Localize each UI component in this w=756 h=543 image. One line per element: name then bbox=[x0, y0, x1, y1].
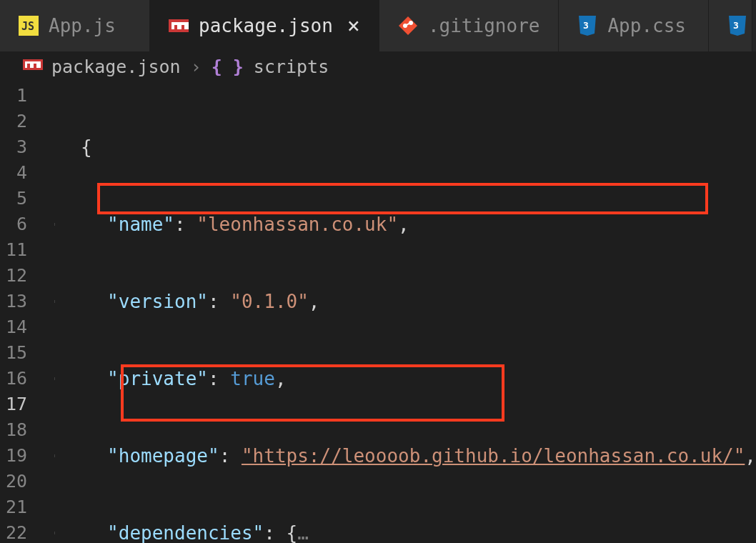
tab-gitignore[interactable]: .gitignore bbox=[379, 0, 559, 51]
json-object-icon: { } bbox=[212, 56, 244, 77]
line-number: 4 bbox=[0, 160, 27, 186]
js-file-icon: JS bbox=[19, 16, 39, 36]
line-number: 2 bbox=[0, 109, 27, 134]
line-number: 3 bbox=[0, 134, 27, 160]
line-number: 15 bbox=[0, 340, 27, 366]
tab-label: package.json bbox=[199, 15, 333, 36]
line-number: 13 bbox=[0, 289, 27, 314]
tab-app-css[interactable]: 3 App.css bbox=[559, 0, 709, 51]
tab-label: App.css bbox=[607, 15, 686, 36]
chevron-right-icon: › bbox=[191, 56, 202, 77]
svg-rect-16 bbox=[27, 64, 30, 68]
svg-text:JS: JS bbox=[21, 20, 34, 33]
breadcrumb: package.json › { } scripts bbox=[0, 51, 756, 83]
line-number: 17 bbox=[0, 392, 27, 417]
code-editor[interactable]: 1 2 3 4 5 6 11 12 13 14 15 16 17 18 19 2… bbox=[0, 83, 756, 543]
line-number: 21 bbox=[0, 494, 27, 520]
css-file-icon: 3 bbox=[727, 16, 747, 36]
line-number: 11 bbox=[0, 237, 27, 263]
tab-truncated[interactable]: 3 bbox=[709, 0, 752, 51]
svg-marker-6 bbox=[399, 16, 417, 35]
breadcrumb-file[interactable]: package.json bbox=[51, 56, 181, 77]
highlight-homepage bbox=[97, 183, 708, 214]
breadcrumb-section[interactable]: scripts bbox=[254, 56, 329, 77]
line-number: 12 bbox=[0, 263, 27, 289]
svg-rect-3 bbox=[171, 22, 189, 29]
line-number: 19 bbox=[0, 443, 27, 469]
line-number: 1 bbox=[0, 83, 27, 109]
svg-text:3: 3 bbox=[583, 20, 589, 31]
svg-rect-17 bbox=[34, 64, 36, 68]
css-file-icon: 3 bbox=[577, 16, 597, 36]
npm-file-icon bbox=[169, 16, 189, 36]
line-number: 22 bbox=[0, 520, 27, 543]
line-number: 18 bbox=[0, 417, 27, 443]
editor-tab-bar: JS App.js package.json × .gitignore 3 Ap… bbox=[0, 0, 756, 51]
line-number: 5 bbox=[0, 186, 27, 211]
close-icon[interactable]: × bbox=[347, 15, 360, 36]
tab-label: App.js bbox=[49, 15, 116, 36]
git-file-icon bbox=[398, 16, 418, 36]
svg-rect-4 bbox=[174, 25, 177, 29]
tab-package-json[interactable]: package.json × bbox=[150, 0, 379, 51]
npm-file-icon bbox=[23, 59, 41, 75]
tab-app-js[interactable]: JS App.js bbox=[0, 0, 150, 51]
tab-label: .gitignore bbox=[428, 15, 540, 36]
line-number: 16 bbox=[0, 366, 27, 392]
code-content[interactable]: { "name": "leonhassan.co.uk", "version":… bbox=[47, 83, 756, 543]
line-number: 20 bbox=[0, 469, 27, 494]
svg-rect-5 bbox=[181, 25, 184, 29]
line-number: 14 bbox=[0, 314, 27, 340]
line-number-gutter: 1 2 3 4 5 6 11 12 13 14 15 16 17 18 19 2… bbox=[0, 83, 47, 543]
svg-text:3: 3 bbox=[733, 20, 739, 31]
line-number: 6 bbox=[0, 211, 27, 237]
